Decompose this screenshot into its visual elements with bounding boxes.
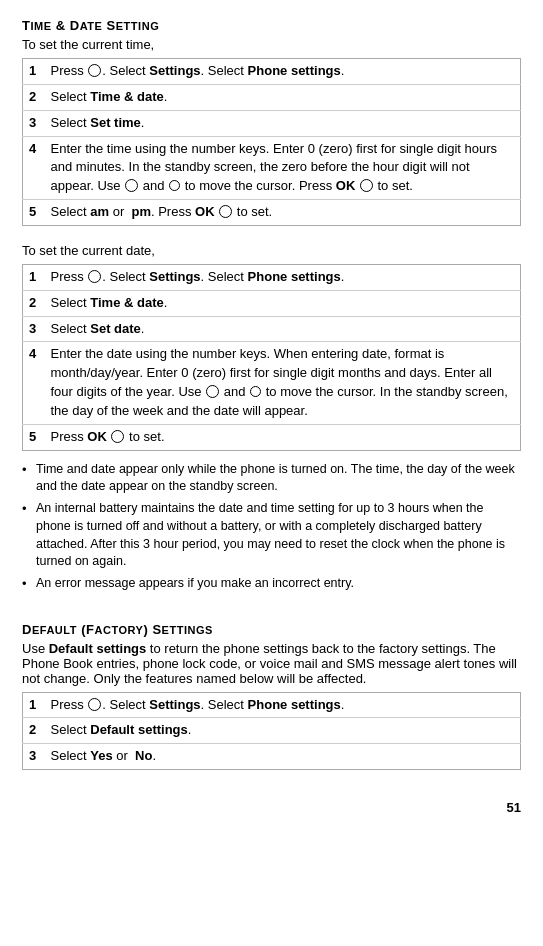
table-row: 2 Select Default settings. <box>23 718 521 744</box>
ok-key-icon <box>219 205 232 218</box>
note-text: An internal battery maintains the date a… <box>36 500 521 571</box>
step-content: Press . Select Settings. Select Phone se… <box>45 59 521 85</box>
table3: 1 Press . Select Settings. Select Phone … <box>22 692 521 771</box>
notes-section: • Time and date appear only while the ph… <box>22 461 521 594</box>
table2: 1 Press . Select Settings. Select Phone … <box>22 264 521 451</box>
step-number: 5 <box>23 424 45 450</box>
note-text: An error message appears if you make an … <box>36 575 521 593</box>
step-content: Select Default settings. <box>45 718 521 744</box>
step-content: Select am or pm. Press OK to set. <box>45 200 521 226</box>
page-number: 51 <box>507 800 521 815</box>
note-bullet: • <box>22 575 34 593</box>
note-item: • An error message appears if you make a… <box>22 575 521 593</box>
step-content: Select Set time. <box>45 110 521 136</box>
table-row: 3 Select Set time. <box>23 110 521 136</box>
step-content: Press . Select Settings. Select Phone se… <box>45 692 521 718</box>
table-row: 1 Press . Select Settings. Select Phone … <box>23 264 521 290</box>
step-content: Select Yes or No. <box>45 744 521 770</box>
section2-intro: To set the current date, <box>22 243 521 258</box>
table-row: 4 Enter the time using the number keys. … <box>23 136 521 200</box>
step-number: 3 <box>23 744 45 770</box>
table-row: 2 Select Time & date. <box>23 290 521 316</box>
nav-down-icon <box>169 180 180 191</box>
section3-title: DEFAULT (FACTORY) SETTINGS <box>22 622 521 637</box>
menu-key-icon <box>88 270 101 283</box>
menu-key-icon <box>88 64 101 77</box>
note-bullet: • <box>22 461 34 479</box>
step-content: Press . Select Settings. Select Phone se… <box>45 264 521 290</box>
table-row: 2 Select Time & date. <box>23 84 521 110</box>
nav-up-icon <box>125 179 138 192</box>
ok-key-icon <box>360 179 373 192</box>
step-number: 4 <box>23 342 45 424</box>
step-content: Enter the time using the number keys. En… <box>45 136 521 200</box>
step-number: 1 <box>23 692 45 718</box>
step-content: Select Time & date. <box>45 84 521 110</box>
note-item: • An internal battery maintains the date… <box>22 500 521 571</box>
step-content: Select Time & date. <box>45 290 521 316</box>
table-row: 3 Select Set date. <box>23 316 521 342</box>
step-number: 1 <box>23 59 45 85</box>
step-number: 2 <box>23 84 45 110</box>
step-number: 2 <box>23 718 45 744</box>
section3-title-text: DEFAULT (FACTORY) SETTINGS <box>22 622 213 637</box>
menu-key-icon <box>88 698 101 711</box>
step-number: 3 <box>23 316 45 342</box>
step-number: 2 <box>23 290 45 316</box>
table-row: 5 Select am or pm. Press OK to set. <box>23 200 521 226</box>
note-item: • Time and date appear only while the ph… <box>22 461 521 497</box>
table-row: 4 Enter the date using the number keys. … <box>23 342 521 424</box>
nav-up-icon <box>206 385 219 398</box>
step-content: Enter the date using the number keys. Wh… <box>45 342 521 424</box>
nav-down-icon <box>250 386 261 397</box>
step-number: 1 <box>23 264 45 290</box>
table-row: 3 Select Yes or No. <box>23 744 521 770</box>
page-title-block: TIME & DATE SETTING <box>22 18 521 33</box>
table1: 1 Press . Select Settings. Select Phone … <box>22 58 521 226</box>
step-number: 4 <box>23 136 45 200</box>
step-content: Press OK to set. <box>45 424 521 450</box>
step-content: Select Set date. <box>45 316 521 342</box>
page-title: TIME & DATE SETTING <box>22 18 521 33</box>
section3-intro: Use Default settings to return the phone… <box>22 641 521 686</box>
step-number: 5 <box>23 200 45 226</box>
table-row: 1 Press . Select Settings. Select Phone … <box>23 692 521 718</box>
table-row: 5 Press OK to set. <box>23 424 521 450</box>
step-number: 3 <box>23 110 45 136</box>
note-text: Time and date appear only while the phon… <box>36 461 521 497</box>
table-row: 1 Press . Select Settings. Select Phone … <box>23 59 521 85</box>
note-bullet: • <box>22 500 34 518</box>
section3-title-block: DEFAULT (FACTORY) SETTINGS <box>22 622 521 637</box>
title-small-caps: TIME & DATE SETTING <box>22 18 159 33</box>
section1-intro: To set the current time, <box>22 37 521 52</box>
ok-key-icon <box>111 430 124 443</box>
